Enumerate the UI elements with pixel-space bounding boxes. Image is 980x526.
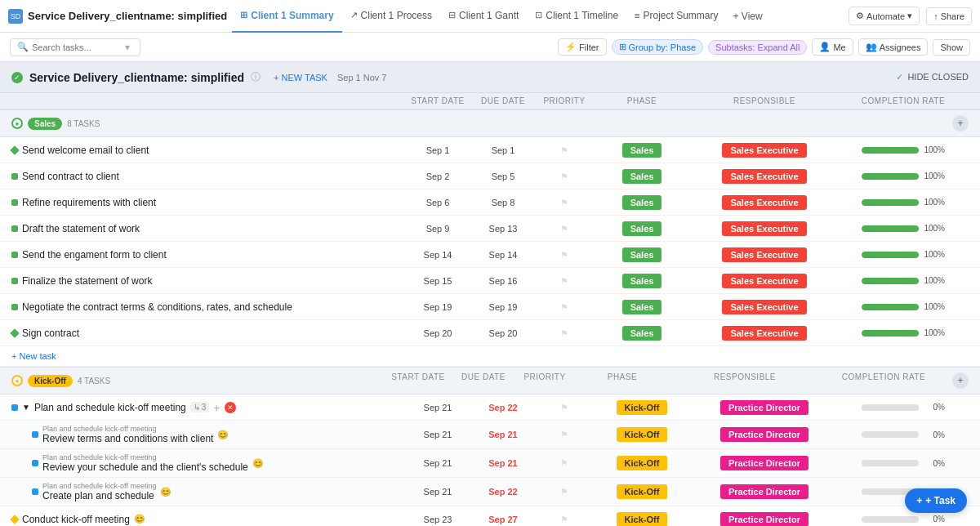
due-date-cell: Sep 13 bbox=[470, 224, 536, 234]
phase-cell: Sales bbox=[593, 247, 691, 262]
progress-pct: 0% bbox=[922, 515, 945, 524]
add-subtask-button[interactable]: + bbox=[213, 401, 220, 414]
tab-projectsummary[interactable]: ≡ Project Summary bbox=[626, 0, 726, 33]
phase-badge: Sales bbox=[622, 221, 662, 236]
group-kickoff: ● Kick-Off 4 TASKS START DATE DUE DATE P… bbox=[0, 367, 980, 526]
search-input[interactable] bbox=[32, 42, 122, 52]
group-header-sales[interactable]: ● Sales 8 TASKS + bbox=[0, 109, 980, 137]
expand-arrow-icon[interactable]: ▼ bbox=[22, 403, 30, 412]
task-name: Finalize the statement of work bbox=[11, 275, 405, 287]
group-by-button[interactable]: ⊞ Group by: Phase bbox=[612, 39, 704, 55]
project-status-icon: ✓ bbox=[11, 72, 23, 83]
progress-bar bbox=[862, 147, 919, 154]
show-button[interactable]: Show bbox=[933, 39, 970, 56]
progress-fill bbox=[862, 330, 919, 337]
smiley-icon: 😊 bbox=[160, 487, 172, 497]
sales-add-col-button[interactable]: + bbox=[952, 115, 969, 132]
phase-badge: Sales bbox=[622, 300, 662, 314]
completion-cell: 100% bbox=[838, 276, 969, 285]
progress-bar bbox=[862, 225, 919, 232]
col-start-header: START DATE bbox=[405, 96, 470, 105]
group-expand-icon-kickoff: ● bbox=[11, 375, 23, 386]
col-completion-header: COMPLETION RATE bbox=[838, 96, 969, 105]
search-box: 🔍 ▾ bbox=[10, 38, 140, 56]
toolbar: 🔍 ▾ ⚡ Filter ⊞ Group by: Phase Subtasks:… bbox=[0, 33, 980, 62]
resp-badge: Practice Director bbox=[720, 456, 808, 470]
responsible-cell: Sales Executive bbox=[691, 274, 838, 288]
task-dot-icon bbox=[10, 515, 19, 524]
group-by-icon: ⊞ bbox=[619, 42, 626, 52]
start-date-cell: Sep 9 bbox=[405, 224, 470, 234]
progress-fill bbox=[862, 225, 919, 232]
task-name: Plan and schedule kick-off meeting Creat… bbox=[23, 482, 405, 501]
responsible-cell: Sales Executive bbox=[691, 326, 838, 341]
start-date-cell: Sep 15 bbox=[405, 276, 470, 286]
kickoff-add-col-button[interactable]: + bbox=[952, 372, 969, 389]
phase-badge: Sales bbox=[622, 247, 662, 262]
group-expand-icon-sales: ● bbox=[11, 118, 23, 129]
col-priority-header: PRIORITY bbox=[536, 96, 593, 105]
group-header-kickoff[interactable]: ● Kick-Off 4 TASKS START DATE DUE DATE P… bbox=[0, 367, 980, 394]
kickoff-col-start: START DATE bbox=[385, 372, 451, 389]
subtask-icon: ↳ bbox=[194, 403, 200, 412]
resp-badge: Sales Executive bbox=[722, 300, 806, 314]
task-name: Send welcome email to client bbox=[11, 145, 405, 156]
priority-cell: ⚑ bbox=[536, 197, 593, 208]
progress-fill bbox=[862, 173, 919, 180]
new-task-sales-button[interactable]: + New task bbox=[0, 346, 980, 367]
responsible-cell: Sales Executive bbox=[691, 195, 838, 210]
phase-badge: Kick-Off bbox=[617, 456, 668, 470]
new-task-header-button[interactable]: + NEW TASK bbox=[274, 73, 327, 82]
responsible-cell: Sales Executive bbox=[691, 247, 838, 262]
priority-cell: ⚑ bbox=[536, 402, 593, 413]
kickoff-col-phase: PHASE bbox=[573, 372, 671, 389]
kickoff-badge: Kick-Off bbox=[28, 375, 73, 387]
project-name: Service Delivery_clientname: simplified bbox=[29, 71, 244, 84]
top-nav: SD Service Delivery_clientname: simplifi… bbox=[0, 0, 980, 33]
progress-bar bbox=[862, 304, 919, 310]
start-date-cell: Sep 20 bbox=[405, 328, 470, 338]
tab-client1timeline[interactable]: ⊡ Client 1 Timeline bbox=[527, 0, 626, 33]
remove-task-button[interactable]: ✕ bbox=[225, 402, 236, 413]
sales-col-completion bbox=[818, 115, 949, 132]
resp-badge: Practice Director bbox=[720, 427, 808, 442]
progress-bar bbox=[862, 460, 919, 466]
priority-flag-icon: ⚑ bbox=[560, 430, 568, 439]
progress-pct: 100% bbox=[922, 224, 945, 233]
phase-badge: Sales bbox=[622, 169, 662, 184]
resp-badge: Practice Director bbox=[720, 512, 808, 527]
phase-badge: Sales bbox=[622, 195, 662, 210]
due-date-cell: Sep 5 bbox=[470, 172, 536, 181]
tab-bar: ⊞ Client 1 Summary ↗ Client 1 Process ⊟ … bbox=[232, 0, 844, 33]
priority-cell: ⚑ bbox=[536, 429, 593, 440]
add-view-button[interactable]: + View bbox=[727, 11, 769, 22]
due-date-cell: Sep 14 bbox=[470, 250, 536, 260]
automate-button[interactable]: ⚙ Automate ▾ bbox=[849, 7, 920, 25]
progress-fill bbox=[862, 199, 919, 206]
task-row: Negotiate the contract terms & condition… bbox=[0, 294, 980, 320]
resp-badge: Practice Director bbox=[720, 484, 808, 499]
me-button[interactable]: 👤 Me bbox=[812, 38, 853, 56]
phase-badge: Kick-Off bbox=[617, 484, 668, 499]
tab-client1process[interactable]: ↗ Client 1 Process bbox=[342, 0, 440, 33]
responsible-cell: Practice Director bbox=[691, 456, 838, 470]
filter-button[interactable]: ⚡ Filter bbox=[558, 38, 606, 56]
smiley-icon: 😊 bbox=[217, 430, 229, 440]
due-date-cell: Sep 22 bbox=[470, 403, 536, 412]
priority-flag-icon: ⚑ bbox=[560, 250, 568, 260]
tab-client1summary[interactable]: ⊞ Client 1 Summary bbox=[232, 0, 341, 33]
task-row: Draft the statement of work Sep 9 Sep 13… bbox=[0, 216, 980, 242]
tab-client1gantt[interactable]: ⊟ Client 1 Gantt bbox=[440, 0, 527, 33]
sales-col-due bbox=[451, 115, 516, 132]
sales-col-start bbox=[385, 115, 451, 132]
subtasks-button[interactable]: Subtasks: Expand All bbox=[708, 40, 807, 55]
share-button[interactable]: ↑ Share bbox=[926, 7, 972, 25]
sales-col-responsible bbox=[671, 115, 818, 132]
start-date-cell: Sep 14 bbox=[405, 250, 470, 260]
assignees-button[interactable]: 👥 Assignees bbox=[858, 38, 929, 56]
due-date-cell: Sep 16 bbox=[470, 276, 536, 286]
tab-client1timeline-icon: ⊡ bbox=[535, 10, 542, 20]
hide-closed-button[interactable]: ✓ HIDE CLOSED bbox=[896, 72, 969, 82]
priority-flag-icon: ⚑ bbox=[560, 224, 568, 234]
add-task-fab-button[interactable]: + + Task bbox=[905, 488, 967, 513]
